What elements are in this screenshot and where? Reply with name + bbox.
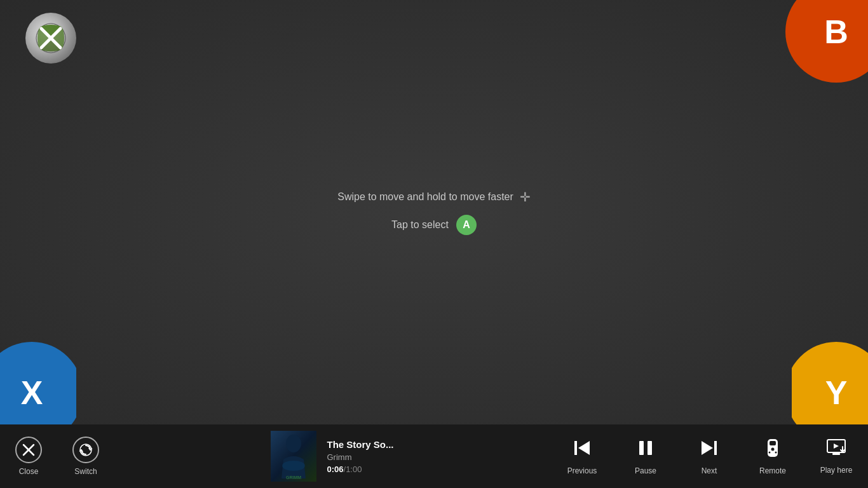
svg-rect-13 <box>648 441 652 455</box>
xbox-logo <box>25 13 76 64</box>
remote-button[interactable]: Remote <box>741 424 804 488</box>
x-button[interactable]: X <box>0 342 76 424</box>
switch-button[interactable]: Switch <box>57 424 114 488</box>
b-button-label: B <box>824 13 848 51</box>
b-button-container: B <box>779 0 868 89</box>
svg-rect-17 <box>770 441 776 445</box>
svg-marker-22 <box>834 444 839 449</box>
switch-icon <box>72 437 99 463</box>
a-button-badge: A <box>456 215 477 235</box>
svg-rect-12 <box>639 441 644 455</box>
swipe-instruction: Swipe to move and hold to move faster ✛ <box>337 189 531 205</box>
previous-button[interactable]: Previous <box>550 424 614 488</box>
close-label: Close <box>19 467 39 476</box>
b-button[interactable]: B <box>785 0 868 83</box>
svg-point-9 <box>282 461 305 471</box>
tap-instruction: Tap to select A <box>337 215 531 235</box>
svg-text:GRIMM: GRIMM <box>286 475 301 480</box>
svg-marker-15 <box>702 441 713 455</box>
y-button[interactable]: Y <box>792 342 868 424</box>
playback-controls: Previous Pause Next <box>550 424 868 488</box>
next-icon <box>699 438 719 463</box>
pause-button[interactable]: Pause <box>614 424 677 488</box>
album-art: GRIMM <box>271 431 316 482</box>
play-here-label: Play here <box>820 466 853 475</box>
swipe-instruction-text: Swipe to move and hold to move faster <box>337 191 513 203</box>
svg-point-19 <box>769 451 771 453</box>
a-button-label: A <box>463 219 470 231</box>
x-button-container: X <box>0 342 76 424</box>
y-button-label: Y <box>825 374 848 412</box>
pause-icon <box>635 438 656 463</box>
bottom-bar: Close Switch <box>0 424 868 488</box>
move-icon: ✛ <box>520 189 531 205</box>
next-button[interactable]: Next <box>677 424 741 488</box>
total-time: /1:00 <box>344 464 362 474</box>
next-label: Next <box>702 466 717 475</box>
svg-point-18 <box>771 447 775 451</box>
left-buttons: Close Switch <box>0 424 114 488</box>
svg-rect-14 <box>714 441 717 455</box>
track-time: 0:06/1:00 <box>327 464 393 474</box>
svg-point-20 <box>775 451 777 453</box>
remote-icon <box>764 438 782 463</box>
track-show: Grimm <box>327 452 393 462</box>
media-info: GRIMM The Story So... Grimm 0:06/1:00 <box>114 431 550 482</box>
svg-rect-10 <box>574 441 577 455</box>
touchpad-area[interactable]: B X Y Swipe to move and hold to move fas… <box>0 0 868 424</box>
svg-marker-11 <box>578 441 590 455</box>
center-instructions: Swipe to move and hold to move faster ✛ … <box>337 189 531 235</box>
current-time: 0:06 <box>327 464 343 474</box>
track-title: The Story So... <box>327 439 393 450</box>
y-button-container: Y <box>792 342 868 424</box>
x-button-label: X <box>21 374 43 412</box>
tap-instruction-text: Tap to select <box>391 219 449 231</box>
svg-rect-24 <box>835 452 837 454</box>
track-info: The Story So... Grimm 0:06/1:00 <box>327 439 393 474</box>
close-icon <box>15 437 42 463</box>
svg-point-7 <box>286 435 301 452</box>
close-button[interactable]: Close <box>0 424 57 488</box>
pause-label: Pause <box>635 466 656 475</box>
play-here-button[interactable]: Play here <box>804 424 868 488</box>
previous-icon <box>572 438 592 463</box>
play-here-icon <box>826 438 846 462</box>
remote-label: Remote <box>759 466 786 475</box>
switch-label: Switch <box>74 467 97 476</box>
previous-label: Previous <box>567 466 597 475</box>
